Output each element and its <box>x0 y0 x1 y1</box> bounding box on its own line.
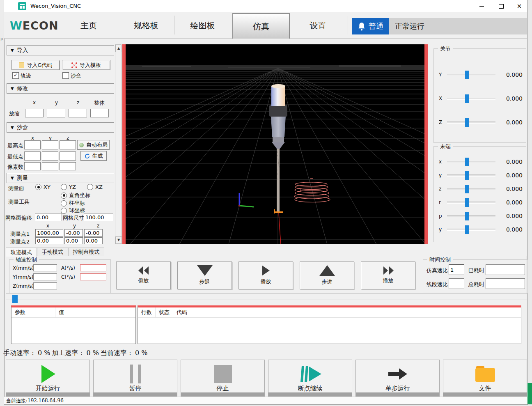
rewind-button[interactable]: 倒放 <box>116 261 171 289</box>
end-label: r <box>439 200 441 205</box>
slider-handle[interactable] <box>465 71 469 79</box>
viewport-3d[interactable] <box>126 44 424 244</box>
min-y-input[interactable] <box>42 151 58 161</box>
scale-z-input[interactable] <box>69 109 87 117</box>
alarm-button[interactable]: 普通 <box>352 18 389 34</box>
radio-plane-xy[interactable]: XY <box>35 184 50 190</box>
scrollbar-down-icon[interactable]: ▼ <box>115 236 122 244</box>
joint-z-slider[interactable] <box>447 122 495 124</box>
total-time-input[interactable] <box>486 278 525 289</box>
point1-y-input[interactable] <box>64 229 83 237</box>
point2-y-input[interactable] <box>64 237 83 244</box>
section-header-measure[interactable]: ▼ 测量 <box>7 173 114 183</box>
tab-console-mode[interactable]: 控制台模式 <box>68 248 104 256</box>
scrollbar-up-icon[interactable]: ▲ <box>115 45 122 52</box>
slider-handle[interactable] <box>465 158 469 166</box>
scale-x-input[interactable] <box>25 109 44 117</box>
import-gcode-button[interactable]: 导入G代码 <box>11 60 60 70</box>
section-header-modify[interactable]: ▼ 修改 <box>7 83 114 94</box>
step-forward-button[interactable]: 步进 <box>300 261 354 289</box>
tab-spec-board[interactable]: 规格板 <box>118 12 174 39</box>
point1-z-input[interactable] <box>84 229 103 237</box>
radio-tool-cylinder[interactable]: 柱坐标 <box>61 200 85 207</box>
file-button[interactable]: 文件 <box>443 360 527 397</box>
end-yaw-slider[interactable] <box>447 229 495 231</box>
radio-tool-sphere[interactable]: 球坐标 <box>61 207 85 214</box>
section-header-sandbox[interactable]: ▼ 沙盒 <box>7 122 114 133</box>
min-z-input[interactable] <box>60 151 76 161</box>
pixels-z-input[interactable] <box>60 162 76 170</box>
maximize-button[interactable] <box>492 0 511 12</box>
point1-x-input[interactable] <box>35 229 63 237</box>
x-speed-input[interactable] <box>33 264 57 271</box>
tab-manual-mode[interactable]: 手动模式 <box>37 248 68 256</box>
max-z-input[interactable] <box>60 140 76 149</box>
button-strip <box>94 392 177 396</box>
left-panel-scrollbar[interactable]: ▲ ▼ <box>115 44 122 244</box>
section-header-import[interactable]: ▼ 导入 <box>7 45 114 55</box>
generate-button[interactable]: 生成 <box>80 151 107 161</box>
current-rate-label: 当前速率： <box>101 349 133 358</box>
close-button[interactable]: × <box>511 0 527 12</box>
tab-simulation[interactable]: 仿真 <box>232 13 290 39</box>
c-speed-input[interactable] <box>80 273 106 280</box>
slider-handle[interactable] <box>465 185 469 193</box>
fast-play-button[interactable]: 播放 <box>361 261 415 289</box>
progress-handle[interactable] <box>12 295 18 303</box>
joint-x-slider[interactable] <box>447 98 495 100</box>
end-x-slider[interactable] <box>447 161 495 163</box>
col-line: 行数 <box>138 307 156 317</box>
end-p-slider[interactable] <box>447 215 495 217</box>
slider-handle[interactable] <box>465 118 469 127</box>
a-speed-input[interactable] <box>80 264 106 271</box>
minimize-button[interactable] <box>472 0 491 12</box>
slider-handle[interactable] <box>465 225 469 234</box>
scale-y-input[interactable] <box>47 109 65 117</box>
grid-size-input[interactable] <box>84 213 113 221</box>
breakpoint-resume-button[interactable]: 断点继续 <box>268 360 352 397</box>
elapsed-input[interactable] <box>486 264 525 275</box>
start-icon <box>39 365 57 383</box>
max-y-input[interactable] <box>42 140 58 149</box>
joint-y-slider[interactable] <box>447 74 495 76</box>
pixels-y-input[interactable] <box>42 162 58 170</box>
play-button[interactable]: 播放 <box>238 261 293 289</box>
sim-ratio-input[interactable] <box>449 264 464 275</box>
min-x-input[interactable] <box>24 151 41 161</box>
tab-trajectory-mode[interactable]: 轨迹模式 <box>6 248 37 257</box>
tab-home[interactable]: 主页 <box>60 12 118 39</box>
radio-plane-xz[interactable]: XZ <box>87 184 103 190</box>
code-table[interactable]: 行数 状态 代码 <box>138 305 521 344</box>
y-speed-input[interactable] <box>33 273 57 280</box>
z-speed-input[interactable] <box>33 282 57 289</box>
slider-handle[interactable] <box>465 198 469 207</box>
tab-drawing-board[interactable]: 绘图板 <box>174 12 231 39</box>
progress-track[interactable] <box>6 299 527 300</box>
tab-settings[interactable]: 设置 <box>290 12 346 39</box>
segment-ratio-input[interactable] <box>449 278 464 289</box>
start-run-button[interactable]: 开始运行 <box>6 360 90 397</box>
pause-button[interactable]: 暂停 <box>93 360 177 397</box>
stop-button[interactable]: 停止 <box>181 360 265 397</box>
end-y-slider[interactable] <box>447 174 495 177</box>
max-x-input[interactable] <box>24 140 41 149</box>
end-z-slider[interactable] <box>447 188 495 190</box>
c-speed-label: C(°/s) <box>61 274 75 280</box>
radio-plane-yz[interactable]: YZ <box>61 184 76 190</box>
point2-z-input[interactable] <box>84 237 103 244</box>
single-step-button[interactable]: 单步运行 <box>355 360 440 397</box>
point2-x-input[interactable] <box>35 237 63 244</box>
slider-handle[interactable] <box>465 171 469 180</box>
elapsed-label: 已耗时 <box>468 267 484 274</box>
slider-handle[interactable] <box>465 212 469 220</box>
auto-layout-button[interactable]: 自动布局 <box>77 140 110 150</box>
pixels-x-input[interactable] <box>24 162 41 170</box>
step-back-button[interactable]: 步退 <box>177 261 232 289</box>
radio-tool-rect[interactable]: 直角坐标 <box>61 192 90 199</box>
end-r-slider[interactable] <box>447 202 495 204</box>
import-template-button[interactable]: 导入模板 <box>62 60 110 70</box>
scale-all-input[interactable] <box>90 109 109 117</box>
param-table[interactable]: 参数 值 <box>11 305 136 344</box>
grid-offset-input[interactable] <box>35 213 62 221</box>
slider-handle[interactable] <box>465 94 469 103</box>
